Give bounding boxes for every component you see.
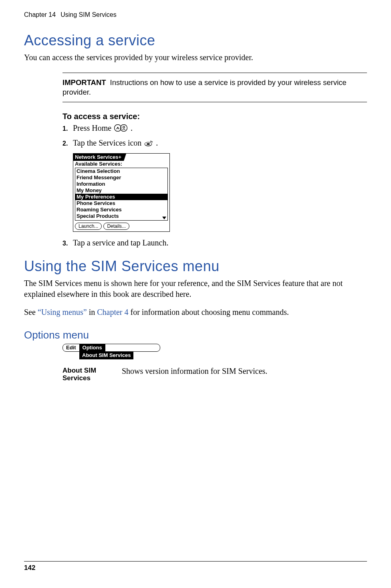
step-3: 3. Tap a service and tap Launch. xyxy=(62,238,367,247)
available-services-label: Available Services: xyxy=(73,161,169,168)
heading-accessing-service: Accessing a service xyxy=(24,32,367,49)
step-1: 1. Press Home . xyxy=(62,124,367,134)
step-number: 3. xyxy=(62,240,73,247)
menu-paragraph-1: The SIM Services menu is shown here for … xyxy=(24,278,367,300)
menu-edit[interactable]: Edit xyxy=(63,344,79,351)
link-chapter-4[interactable]: Chapter 4 xyxy=(97,308,128,316)
step-3-text: Tap a service and tap Launch. xyxy=(73,238,169,247)
step-2-text-pre: Tap the Services icon xyxy=(73,138,143,147)
page-number: 142 xyxy=(24,564,35,572)
svg-rect-2 xyxy=(117,128,119,130)
screenshot-network-services: Network Services+ Available Services: Ci… xyxy=(73,153,170,232)
scroll-down-icon[interactable] xyxy=(162,217,166,219)
important-label: IMPORTANT xyxy=(62,78,110,87)
svg-point-6 xyxy=(147,143,150,145)
services-icon xyxy=(144,139,153,148)
details-button[interactable]: Details... xyxy=(103,223,129,230)
step-number: 2. xyxy=(62,140,73,147)
screenshot-options-menu: Edit Options About SIM Services xyxy=(62,344,160,359)
menu-options[interactable]: Options xyxy=(79,344,105,351)
list-item[interactable]: Information xyxy=(75,181,167,187)
link-using-menus[interactable]: “Using menus” xyxy=(38,308,87,316)
window-title: Network Services+ xyxy=(73,154,126,161)
list-item-selected[interactable]: My Preferences xyxy=(75,194,167,200)
step-1-text-post: . xyxy=(131,124,133,132)
heading-sim-services-menu: Using the SIM Services menu xyxy=(24,258,367,275)
list-item[interactable]: Phone Services xyxy=(75,200,167,207)
important-note: IMPORTANTInstructions on how to use a se… xyxy=(62,73,367,102)
chapter-title: Using SIM Services xyxy=(60,11,117,18)
list-item[interactable]: My Money xyxy=(75,187,167,194)
definition-description: Shows version information for SIM Servic… xyxy=(122,367,267,382)
step-1-text-pre: Press Home xyxy=(73,124,113,132)
step-number: 1. xyxy=(62,125,73,132)
chapter-number: Chapter 14 xyxy=(24,11,56,18)
services-list[interactable]: Cinema Selection Friend Messenger Inform… xyxy=(75,168,168,221)
definition-row: About SIM Services Shows version informa… xyxy=(62,367,367,382)
list-item[interactable]: Special Products xyxy=(75,213,167,219)
home-button-icon xyxy=(114,124,128,134)
footer-rule xyxy=(24,561,367,562)
running-header: Chapter 14Using SIM Services xyxy=(24,11,367,18)
definition-term: About SIM Services xyxy=(62,367,111,382)
list-item[interactable]: Roaming Services xyxy=(75,207,167,213)
list-item[interactable]: Friend Messenger xyxy=(75,174,167,181)
launch-button[interactable]: Launch... xyxy=(75,223,102,230)
intro-paragraph: You can access the services provided by … xyxy=(24,52,367,63)
step-2-text-post: . xyxy=(156,138,158,147)
procedure-title: To access a service: xyxy=(62,112,367,121)
step-2: 2. Tap the Services icon . xyxy=(62,138,367,148)
list-item[interactable]: Cinema Selection xyxy=(75,168,167,174)
heading-options-menu: Options menu xyxy=(24,329,367,341)
menu-item-about-sim-services[interactable]: About SIM Services xyxy=(79,351,133,359)
menu-paragraph-2: See “Using menus” in Chapter 4 for infor… xyxy=(24,307,367,318)
menu-bar: Edit Options xyxy=(62,344,160,352)
svg-point-3 xyxy=(123,126,125,128)
